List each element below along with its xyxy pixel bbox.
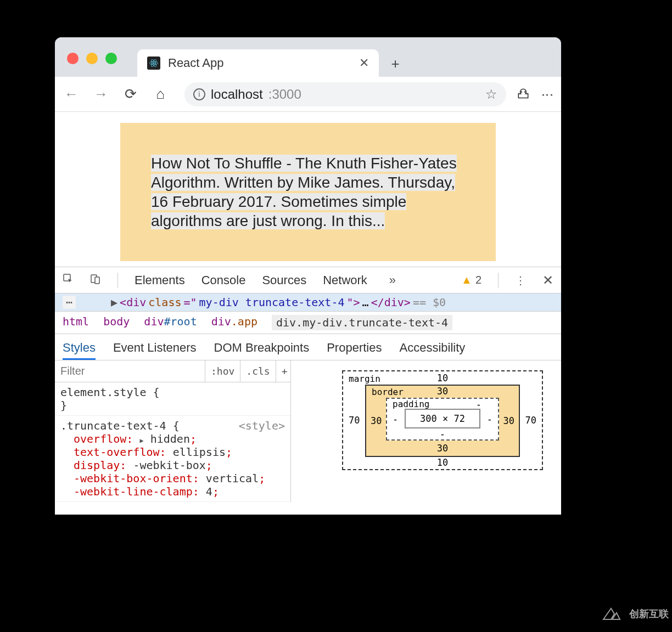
tab-sources[interactable]: Sources: [262, 273, 306, 287]
browser-window: React App ✕ + ← → ⟳ ⌂ i localhost:3000 ☆…: [55, 37, 561, 515]
maximize-window-button[interactable]: [105, 53, 117, 64]
cls-toggle[interactable]: .cls: [240, 360, 275, 382]
element-style-block[interactable]: element.style { }: [55, 382, 290, 416]
url-port: :3000: [268, 87, 301, 102]
svg-point-5: [524, 91, 526, 93]
breadcrumb-selected[interactable]: div.my-div.truncate-text-4: [272, 315, 452, 330]
site-info-icon[interactable]: i: [193, 88, 205, 100]
truncate-rule-block[interactable]: .truncate-text-4 {<style> overflow: ▶ hi…: [55, 416, 290, 502]
dom-open-tag: <div: [120, 296, 146, 309]
react-favicon-icon: [147, 57, 160, 70]
warnings-indicator[interactable]: ▲ 2: [461, 274, 481, 286]
tab-title: React App: [168, 56, 351, 70]
extension-icon[interactable]: [516, 87, 530, 101]
box-model-margin[interactable]: margin 10 10 70 70 border 30 30 30 30 pa…: [342, 370, 543, 470]
warning-count: 2: [475, 274, 481, 286]
css-property[interactable]: display: -webkit-box;: [74, 459, 285, 472]
css-property[interactable]: -webkit-line-clamp: 4;: [74, 485, 285, 498]
box-model-panel: margin 10 10 70 70 border 30 30 30 30 pa…: [291, 360, 561, 502]
warning-icon: ▲: [461, 274, 472, 286]
css-property[interactable]: text-overflow: ellipsis;: [74, 445, 285, 459]
url-host: localhost: [211, 87, 263, 102]
styles-subtabs: Styles Event Listeners DOM Breakpoints P…: [55, 334, 561, 360]
styles-pane: :hov .cls + element.style { } .truncate-…: [55, 360, 291, 502]
demo-container: How Not To Shuffle - The Knuth Fisher-Ya…: [120, 123, 496, 261]
browser-menu-button[interactable]: ⋮: [540, 89, 555, 100]
browser-toolbar: ← → ⟳ ⌂ i localhost:3000 ☆ ⋮: [55, 77, 561, 112]
svg-rect-8: [95, 277, 99, 284]
separator: [498, 273, 499, 288]
device-toolbar-icon[interactable]: [90, 273, 101, 287]
window-titlebar: React App ✕ +: [55, 37, 561, 77]
hov-toggle[interactable]: :hov: [205, 360, 240, 382]
styles-filter-row: :hov .cls +: [55, 360, 290, 382]
tab-elements[interactable]: Elements: [135, 273, 185, 287]
breadcrumb-app[interactable]: div.app: [211, 315, 257, 330]
bookmark-star-icon[interactable]: ☆: [485, 87, 497, 102]
dom-selected-node[interactable]: ⋯ ▶ <div class="my-div truncate-text-4">…: [55, 294, 561, 312]
reload-button[interactable]: ⟳: [121, 86, 141, 103]
back-button[interactable]: ←: [61, 86, 81, 103]
watermark-logo-icon: [596, 599, 626, 629]
forward-button[interactable]: →: [91, 86, 111, 103]
watermark: 创新互联: [596, 599, 669, 629]
new-tab-button[interactable]: +: [384, 53, 406, 75]
traffic-lights: [67, 53, 117, 64]
styles-body: :hov .cls + element.style { } .truncate-…: [55, 360, 561, 502]
close-window-button[interactable]: [67, 53, 79, 64]
devtools-menu-button[interactable]: ⋮: [515, 274, 526, 287]
breadcrumb-root[interactable]: div#root: [144, 315, 197, 330]
subtab-accessibility[interactable]: Accessibility: [399, 337, 465, 360]
svg-point-0: [153, 63, 155, 64]
devtools-panel: Elements Console Sources Network » ▲ 2 ⋮…: [55, 267, 561, 502]
truncated-text: How Not To Shuffle - The Knuth Fisher-Ya…: [151, 155, 457, 229]
box-model-content[interactable]: 300 × 72: [405, 409, 480, 428]
add-rule-button[interactable]: +: [276, 360, 293, 382]
subtab-properties[interactable]: Properties: [327, 337, 382, 360]
breadcrumb-body[interactable]: body: [103, 315, 130, 330]
styles-filter-input[interactable]: [55, 360, 205, 382]
browser-tab[interactable]: React App ✕: [137, 49, 379, 77]
devtools-tabs: Elements Console Sources Network » ▲ 2 ⋮…: [55, 267, 561, 294]
more-tabs-button[interactable]: »: [389, 273, 396, 287]
box-model-border[interactable]: border 30 30 30 30 padding - - - - 300 ×…: [365, 385, 520, 457]
watermark-text: 创新互联: [629, 607, 669, 620]
subtab-dom-breakpoints[interactable]: DOM Breakpoints: [214, 337, 310, 360]
css-property[interactable]: overflow: ▶ hidden;: [74, 432, 285, 445]
separator: [117, 273, 118, 288]
minimize-window-button[interactable]: [86, 53, 98, 64]
address-bar[interactable]: i localhost:3000 ☆: [184, 82, 506, 106]
subtab-event-listeners[interactable]: Event Listeners: [113, 337, 197, 360]
dom-collapsed-icon[interactable]: ⋯: [63, 296, 76, 309]
breadcrumb-html[interactable]: html: [63, 315, 89, 330]
tab-console[interactable]: Console: [201, 273, 246, 287]
inspect-element-icon[interactable]: [63, 273, 74, 287]
css-property[interactable]: -webkit-box-orient: vertical;: [74, 472, 285, 485]
box-model-padding[interactable]: padding - - - - 300 × 72: [386, 398, 499, 441]
svg-point-4: [520, 91, 522, 93]
subtab-styles[interactable]: Styles: [63, 337, 96, 360]
devtools-close-button[interactable]: ✕: [542, 273, 553, 288]
dom-breadcrumb: html body div#root div.app div.my-div.tr…: [55, 312, 561, 334]
tab-network[interactable]: Network: [323, 273, 367, 287]
rule-source[interactable]: <style>: [239, 419, 285, 432]
page-content: How Not To Shuffle - The Knuth Fisher-Ya…: [55, 112, 561, 267]
tab-close-icon[interactable]: ✕: [359, 56, 369, 70]
home-button[interactable]: ⌂: [150, 86, 170, 103]
